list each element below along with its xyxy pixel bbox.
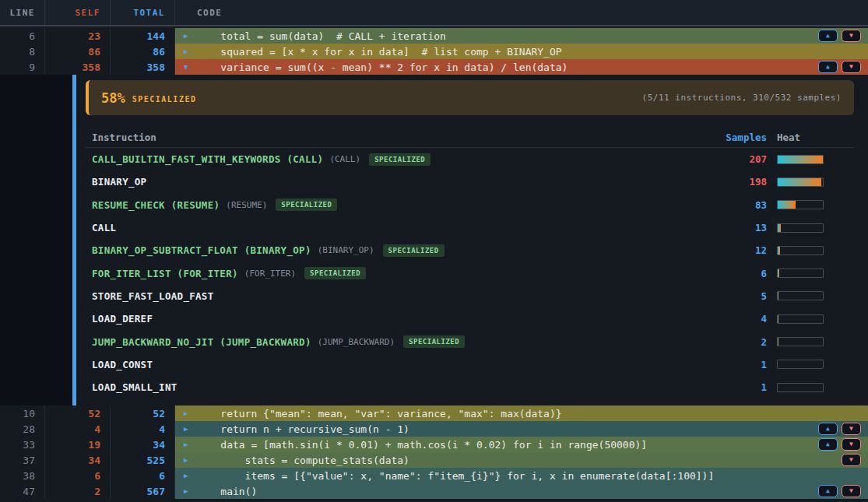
instruction-name-group: LOAD_DEREF (92, 313, 712, 325)
code-text: squared = [x * x for x in data] # list c… (196, 46, 861, 58)
instruction-table-header: Instruction Samples Heat (86, 128, 854, 148)
line-number: 47 (0, 483, 45, 499)
total-samples-value: 144 (111, 28, 175, 44)
specialized-badge: SPECIALIZED (403, 335, 465, 348)
expand-arrow-icon[interactable]: ▶ (184, 410, 196, 417)
total-samples-value: 6 (111, 468, 175, 483)
instruction-name-group: LOAD_SMALL_INT (92, 381, 712, 393)
heat-bar-fill (778, 315, 778, 323)
instruction-row: RESUME_CHECK (RESUME)(RESUME)SPECIALIZED… (86, 194, 854, 216)
instruction-name-group: CALL (92, 222, 712, 233)
code-text: items = [{"value": x, "name": f"item_{i}… (196, 470, 861, 482)
code-cell[interactable]: ▶ items = [{"value": x, "name": f"item_{… (175, 468, 868, 483)
code-cell[interactable]: ▶ total = sum(data) # CALL + iteration▲▼ (175, 28, 868, 44)
self-samples-value: 4 (45, 421, 111, 437)
code-cell[interactable]: ▶ return {"mean": mean, "var": variance,… (175, 405, 868, 421)
instruction-name-group: JUMP_BACKWARD_NO_JIT (JUMP_BACKWARD)(JUM… (92, 335, 712, 348)
jump-down-button[interactable]: ▼ (842, 61, 861, 73)
jump-up-button[interactable]: ▲ (818, 61, 838, 73)
expanded-detail-panel: 58% SPECIALIZED (5/11 instructions, 310/… (0, 75, 868, 405)
heat-bar (777, 314, 824, 324)
column-header-code[interactable]: CODE (175, 0, 868, 25)
heat-bar (777, 383, 824, 392)
code-cell[interactable]: ▶ squared = [x * x for x in data] # list… (175, 44, 868, 59)
jump-down-button[interactable]: ▼ (842, 485, 861, 497)
table-header: LINE SELF TOTAL CODE (0, 0, 868, 26)
self-samples-value: 358 (45, 59, 111, 75)
instruction-row: BINARY_OP198 (86, 170, 854, 193)
heat-bar-fill (778, 178, 821, 186)
code-row-line-33: 331934▶ data = [math.sin(i * 0.01) + mat… (0, 437, 868, 452)
column-header-line[interactable]: LINE (0, 0, 45, 25)
line-number: 33 (0, 437, 45, 452)
jump-up-button[interactable]: ▲ (818, 438, 838, 451)
column-header-instruction[interactable]: Instruction (92, 132, 712, 143)
code-cell[interactable]: ▶ return n + recursive_sum(n - 1)▲▼ (175, 421, 868, 437)
jump-down-button[interactable]: ▼ (842, 30, 861, 42)
expand-arrow-icon[interactable]: ▶ (184, 472, 196, 479)
instruction-name: STORE_FAST_LOAD_FAST (92, 290, 214, 302)
instruction-name: LOAD_SMALL_INT (92, 381, 177, 393)
expand-arrow-icon[interactable]: ▶ (184, 48, 196, 55)
instruction-name: LOAD_CONST (92, 359, 153, 370)
column-header-self[interactable]: SELF (45, 0, 111, 25)
code-cell[interactable]: ▶ data = [math.sin(i * 0.01) + math.cos(… (175, 437, 868, 452)
row-jump-buttons: ▲▼ (818, 485, 861, 497)
heat-bar (777, 200, 824, 209)
instruction-samples-value: 198 (712, 176, 767, 188)
code-cell[interactable]: ▶ stats = compute_stats(data)▼ (175, 452, 868, 468)
instruction-samples-value: 6 (712, 268, 767, 279)
jump-down-button[interactable]: ▼ (842, 438, 861, 451)
base-instruction-name: (BINARY_OP) (318, 245, 374, 255)
instruction-samples-value: 207 (712, 153, 767, 165)
code-rows-bottom: 105252▶ return {"mean": mean, "var": var… (0, 405, 868, 499)
instruction-name: JUMP_BACKWARD_NO_JIT (JUMP_BACKWARD) (92, 336, 311, 348)
heat-bar (777, 269, 824, 278)
instruction-row: FOR_ITER_LIST (FOR_ITER)(FOR_ITER)SPECIA… (86, 262, 854, 284)
total-samples-value: 4 (111, 421, 175, 437)
instruction-row: LOAD_SMALL_INT1 (86, 376, 854, 398)
jump-up-button[interactable]: ▲ (818, 423, 838, 435)
row-jump-buttons: ▼ (842, 454, 861, 466)
expand-arrow-icon[interactable]: ▶ (184, 441, 196, 448)
line-number: 38 (0, 468, 45, 483)
code-row-line-38: 3866▶ items = [{"value": x, "name": f"it… (0, 468, 868, 483)
code-rows-top: 623144▶ total = sum(data) # CALL + itera… (0, 28, 868, 75)
instruction-name: BINARY_OP (92, 176, 146, 188)
code-cell[interactable]: ▼ variance = sum((x - mean) ** 2 for x i… (175, 59, 868, 75)
specialized-badge: SPECIALIZED (369, 153, 430, 166)
jump-up-button[interactable]: ▲ (818, 485, 838, 497)
heat-bar (777, 291, 824, 300)
jump-down-button[interactable]: ▼ (842, 454, 861, 466)
self-samples-value: 23 (45, 28, 111, 44)
expand-arrow-icon[interactable]: ▶ (184, 457, 196, 464)
column-header-total[interactable]: TOTAL (111, 0, 175, 25)
column-header-samples[interactable]: Samples (712, 132, 767, 143)
instruction-samples-value: 5 (712, 290, 767, 302)
heat-bar (777, 337, 824, 346)
total-samples-value: 86 (111, 44, 175, 59)
instruction-name: LOAD_DEREF (92, 313, 153, 325)
instruction-name: CALL (92, 222, 116, 233)
code-row-line-28: 2844▶ return n + recursive_sum(n - 1)▲▼ (0, 421, 868, 437)
instruction-name: RESUME_CHECK (RESUME) (92, 199, 220, 211)
jump-down-button[interactable]: ▼ (842, 423, 861, 435)
instruction-name-group: CALL_BUILTIN_FAST_WITH_KEYWORDS (CALL)(C… (92, 153, 712, 166)
base-instruction-name: (CALL) (329, 154, 360, 164)
column-header-heat[interactable]: Heat (777, 132, 834, 143)
code-text: variance = sum((x - mean) ** 2 for x in … (196, 61, 818, 73)
total-samples-value: 358 (111, 59, 175, 75)
specialized-label: SPECIALIZED (132, 95, 197, 104)
collapse-arrow-icon[interactable]: ▼ (184, 64, 196, 71)
self-samples-value: 52 (45, 405, 111, 421)
instruction-row: CALL_BUILTIN_FAST_WITH_KEYWORDS (CALL)(C… (86, 148, 854, 170)
instruction-name-group: BINARY_OP_SUBTRACT_FLOAT (BINARY_OP)(BIN… (92, 244, 712, 257)
expand-arrow-icon[interactable]: ▶ (184, 488, 196, 495)
expand-arrow-icon[interactable]: ▶ (184, 426, 196, 433)
instruction-row: BINARY_OP_SUBTRACT_FLOAT (BINARY_OP)(BIN… (86, 239, 854, 262)
jump-up-button[interactable]: ▲ (818, 30, 838, 42)
expand-arrow-icon[interactable]: ▶ (184, 33, 196, 40)
code-cell[interactable]: ▶ main()▲▼ (175, 483, 868, 499)
self-samples-value: 19 (45, 437, 111, 452)
instruction-name-group: BINARY_OP (92, 176, 712, 188)
